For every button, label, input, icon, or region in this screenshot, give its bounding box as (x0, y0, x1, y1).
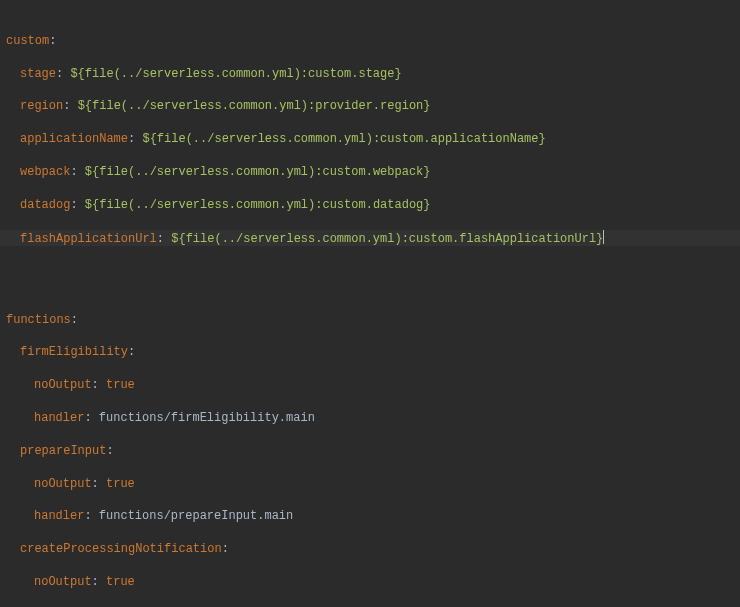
code-line-active[interactable]: flashApplicationUrl: ${file(../serverles… (0, 230, 740, 246)
code-line[interactable]: createProcessingNotification: (0, 541, 740, 557)
code-line[interactable]: handler: functions/firmEligibility.main (0, 410, 740, 426)
text-cursor (603, 230, 604, 244)
code-line[interactable]: noOutput: true (0, 476, 740, 492)
code-line-blank[interactable] (0, 262, 740, 278)
yaml-value: ${file(../serverless.common.yml):custom.… (142, 132, 545, 146)
code-editor[interactable]: custom: stage: ${file(../serverless.comm… (0, 0, 740, 607)
code-line[interactable]: stage: ${file(../serverless.common.yml):… (0, 66, 740, 82)
yaml-value: ${file(../serverless.common.yml):custom.… (171, 232, 603, 246)
yaml-value: ${file(../serverless.common.yml):custom.… (85, 198, 431, 212)
code-line[interactable]: handler: functions/prepareInput.main (0, 508, 740, 524)
yaml-value: functions/firmEligibility.main (99, 411, 315, 425)
yaml-value: true (106, 477, 135, 491)
yaml-key: handler (34, 411, 84, 425)
yaml-key: applicationName (20, 132, 128, 146)
code-line[interactable]: noOutput: true (0, 574, 740, 590)
yaml-value: ${file(../serverless.common.yml):custom.… (70, 67, 401, 81)
yaml-value: ${file(../serverless.common.yml):provide… (78, 99, 431, 113)
yaml-key: noOutput (34, 378, 92, 392)
yaml-key: noOutput (34, 477, 92, 491)
yaml-value: functions/prepareInput.main (99, 509, 293, 523)
yaml-key: prepareInput (20, 444, 106, 458)
code-line[interactable]: firmEligibility: (0, 344, 740, 360)
code-line[interactable]: applicationName: ${file(../serverless.co… (0, 131, 740, 147)
yaml-key: region (20, 99, 63, 113)
code-line[interactable]: region: ${file(../serverless.common.yml)… (0, 98, 740, 114)
yaml-key: webpack (20, 165, 70, 179)
yaml-value: ${file(../serverless.common.yml):custom.… (85, 165, 431, 179)
code-line[interactable]: noOutput: true (0, 377, 740, 393)
yaml-key: createProcessingNotification (20, 542, 222, 556)
yaml-key: datadog (20, 198, 70, 212)
yaml-key: noOutput (34, 575, 92, 589)
yaml-key: handler (34, 509, 84, 523)
code-line[interactable]: datadog: ${file(../serverless.common.yml… (0, 197, 740, 213)
yaml-value: true (106, 575, 135, 589)
yaml-value: true (106, 378, 135, 392)
yaml-key: firmEligibility (20, 345, 128, 359)
yaml-key: stage (20, 67, 56, 81)
code-line[interactable]: custom: (0, 33, 740, 49)
code-line[interactable]: functions: (0, 312, 740, 328)
yaml-key: functions (6, 313, 71, 327)
code-line[interactable]: prepareInput: (0, 443, 740, 459)
code-line[interactable]: webpack: ${file(../serverless.common.yml… (0, 164, 740, 180)
yaml-key: custom (6, 34, 49, 48)
yaml-key: flashApplicationUrl (20, 232, 157, 246)
